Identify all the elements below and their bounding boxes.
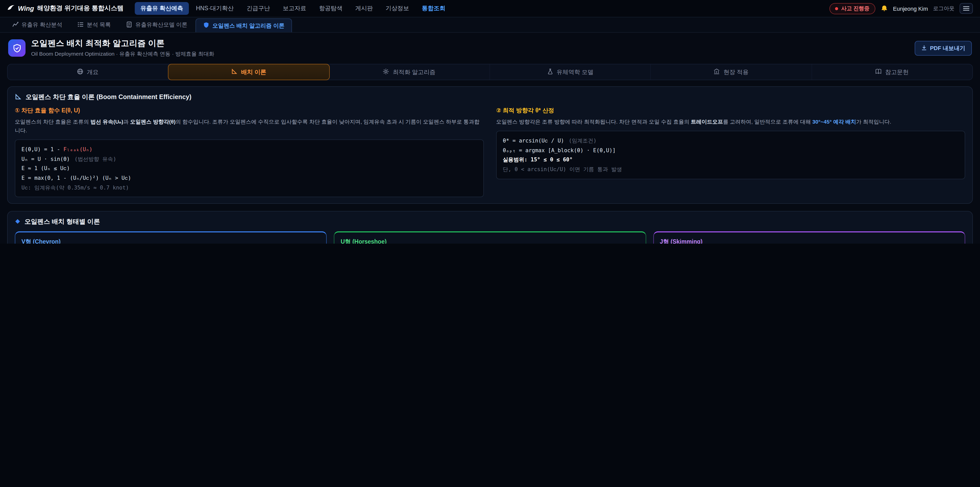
section-tab-label: 개요: [87, 68, 99, 76]
layout-name: V형 (Chevron): [21, 238, 320, 244]
top-navbar: Wing 해양환경 위기대응 통합시스템 유출유 확산예측 HNS·대기확산 긴…: [0, 0, 980, 18]
efficiency-theory-card: 오일펜스 차단 효율 이론 (Boom Containment Efficien…: [7, 86, 973, 204]
download-icon: [921, 45, 927, 51]
section-tab-label: 유체역학 모델: [557, 68, 593, 76]
book-icon: [876, 69, 882, 76]
efficiency-right-column: ② 최적 방향각 θ* 산정 오일펜스 방향각은 조류 방향에 따라 최적화됩니…: [496, 107, 965, 197]
page-title: 오일펜스 배치 최적화 알고리즘 이론: [31, 38, 215, 49]
diamond-icon: [15, 219, 21, 226]
section-tab-label: 배치 이론: [241, 68, 266, 76]
list-icon: [78, 21, 84, 28]
tab-label: 유출유 확산분석: [21, 21, 62, 29]
tab-spill-analysis[interactable]: 유출유 확산분석: [5, 18, 69, 32]
tab-label: 유출유확산모델 이론: [135, 21, 187, 29]
efficiency-card-title: 오일펜스 차단 효율 이론 (Boom Containment Efficien…: [15, 93, 965, 102]
tab-dispersion-model-theory[interactable]: 유출유확산모델 이론: [119, 18, 194, 32]
nav-item-reports[interactable]: 보고자료: [277, 2, 312, 15]
topnav-right: 사고 진행중 Eunjeong Kim 로그아웃: [829, 3, 973, 14]
section-tabs: 개요 배치 이론 최적화 알고리즘 유체역학 모델 현장 적용: [7, 64, 973, 80]
bell-icon: [880, 4, 888, 13]
nav-item-aerial-search[interactable]: 항공탐색: [313, 2, 348, 15]
triangle-ruler-icon: [15, 93, 21, 101]
section-tab-optimization-algorithm[interactable]: 최적화 알고리즘: [329, 64, 490, 80]
document-icon: [126, 21, 132, 28]
building-icon: [714, 69, 720, 76]
wing-logo-icon: [7, 4, 15, 13]
status-label: 사고 진행중: [841, 5, 870, 12]
nav-item-oil-spill-prediction[interactable]: 유출유 확산예측: [135, 2, 189, 15]
formula-line: θₒₚₜ = argmax [A_block(θ) · E(θ,U)]: [503, 145, 959, 155]
app-root: Wing 해양환경 위기대응 통합시스템 유출유 확산예측 HNS·대기확산 긴…: [0, 0, 980, 244]
section-tab-label: 최적화 알고리즘: [393, 68, 435, 76]
optimal-angle-paragraph: 오일펜스 방향각은 조류 방향에 따라 최적화됩니다. 차단 면적과 오일 수집…: [496, 118, 965, 126]
nav-item-emergency-rescue[interactable]: 긴급구난: [241, 2, 275, 15]
brand: Wing 해양환경 위기대응 통합시스템: [7, 4, 124, 13]
page-title-block: 오일펜스 배치 최적화 알고리즘 이론 Oil Boom Deployment …: [31, 38, 215, 58]
gear-icon: [383, 69, 389, 76]
layout-types-card: 오일펜스 배치 형태별 이론 V형 (Chevron) 집유점 조류 조류 방향…: [7, 211, 973, 244]
main-nav: 유출유 확산예측 HNS·대기확산 긴급구난 보고자료 항공탐색 게시판 기상정…: [135, 2, 823, 15]
logo-text: Wing: [18, 5, 34, 12]
card-title-text: 오일펜스 배치 형태별 이론: [24, 218, 100, 227]
formula-line: E = max(0, 1 - (Uₙ/Uᴄ)²) (Uₙ > Uᴄ): [21, 173, 477, 183]
tab-label: 분석 목록: [87, 21, 111, 29]
efficiency-function-heading: ① 차단 효율 함수 E(θ, U): [15, 107, 484, 114]
tab-boom-algorithm-theory[interactable]: 오일펜스 배치 알고리즘 이론: [196, 18, 292, 32]
user-name: Eunjeong Kim: [893, 5, 928, 11]
section-tab-field-application[interactable]: 현장 적용: [651, 64, 812, 80]
globe-icon: [77, 69, 83, 76]
hamburger-icon: [963, 5, 969, 12]
section-tab-label: 참고문헌: [885, 68, 909, 76]
hamburger-menu-button[interactable]: [959, 3, 973, 14]
formula-line: E(θ,U) = 1 - Fₗₑₐₖ(Uₙ): [21, 145, 477, 154]
triangle-ruler-icon: [231, 69, 238, 76]
layout-name: U형 (Horseshoe): [341, 238, 640, 244]
section-tab-overview[interactable]: 개요: [8, 64, 169, 80]
section-tab-deployment-theory[interactable]: 배치 이론: [168, 64, 330, 80]
status-dot-icon: [835, 7, 838, 10]
shield-icon: [203, 22, 209, 29]
brand-name: 해양환경 위기대응 통합시스템: [37, 4, 124, 13]
page-header: 오일펜스 배치 최적화 알고리즘 이론 Oil Boom Deployment …: [0, 33, 980, 63]
optimal-angle-formula-block: θ* = arcsin(Uᴄ / U)(임계조건) θₒₚₜ = argmax …: [496, 131, 965, 179]
layout-types-card-title: 오일펜스 배치 형태별 이론: [15, 218, 965, 227]
layout-name: J형 (Skimming): [660, 238, 959, 244]
logout-button[interactable]: 로그아웃: [933, 5, 955, 12]
pdf-export-label: PDF 내보내기: [930, 44, 965, 52]
formula-line: 실용범위: 15° ≤ θ ≤ 60°: [503, 155, 959, 164]
formula-line: θ* = arcsin(Uᴄ / U)(임계조건): [503, 136, 959, 145]
formula-note: Uᴄ: 임계유속(약 0.35m/s ≈ 0.7 knot): [21, 183, 477, 192]
flask-icon: [547, 69, 553, 76]
formula-note: 단, θ < arcsin(Uᴄ/U) 이면 기름 통과 발생: [503, 164, 959, 174]
efficiency-left-column: ① 차단 효율 함수 E(θ, U) 오일펜스의 차단 효율은 조류의 법선 유…: [15, 107, 484, 197]
layout-type-grid: V형 (Chevron) 집유점 조류 조류 방향 정면에서 양옆으로 펼친 V…: [15, 232, 965, 244]
boom-shield-icon: [8, 39, 25, 57]
efficiency-formula-block: E(θ,U) = 1 - Fₗₑₐₖ(Uₙ) Uₙ = U · sin(θ)(법…: [15, 139, 484, 197]
layout-card-v-chevron: V형 (Chevron) 집유점 조류 조류 방향 정면에서 양옆으로 펼친 V…: [15, 232, 327, 244]
pdf-export-button[interactable]: PDF 내보내기: [915, 41, 972, 56]
nav-item-hns-air-dispersion[interactable]: HNS·대기확산: [190, 2, 239, 15]
nav-item-weather-info[interactable]: 기상정보: [380, 2, 415, 15]
incident-status-badge: 사고 진행중: [829, 3, 875, 14]
page-tabbar: 유출유 확산분석 분석 목록 유출유확산모델 이론 오일펜스 배치 알고리즘 이…: [0, 18, 980, 33]
card-title-text: 오일펜스 차단 효율 이론 (Boom Containment Efficien…: [25, 93, 191, 102]
nav-item-integrated-search[interactable]: 통합조회: [416, 2, 451, 15]
optimal-angle-heading: ② 최적 방향각 θ* 산정: [496, 107, 965, 114]
section-tab-hydrodynamics-model[interactable]: 유체역학 모델: [490, 64, 651, 80]
section-tab-references[interactable]: 참고문헌: [812, 64, 972, 80]
layout-card-j-skimming: J형 (Skimming) 조류 회수 직선+곡선 조합. 기름을 한쪽으로 연…: [653, 232, 965, 244]
chart-icon: [12, 21, 18, 28]
page-subtitle: Oil Boom Deployment Optimization · 유출유 확…: [31, 51, 215, 58]
notifications-button[interactable]: [880, 4, 888, 13]
formula-line: E ≈ 1 (Uₙ ≤ Uᴄ): [21, 164, 477, 173]
tab-label: 오일펜스 배치 알고리즘 이론: [212, 22, 284, 29]
tab-analysis-list[interactable]: 분석 목록: [70, 18, 118, 32]
section-tab-label: 현장 적용: [724, 68, 749, 76]
nav-item-board[interactable]: 게시판: [350, 2, 379, 15]
layout-card-u-horseshoe: U형 (Horseshoe) 조류 회수선 말굽형으로 기름을 완전 포위, 폐…: [334, 232, 646, 244]
formula-line: Uₙ = U · sin(θ)(법선방향 유속): [21, 154, 477, 163]
efficiency-function-paragraph: 오일펜스의 차단 효율은 조류의 법선 유속(Uₙ)과 오일펜스 방향각(θ)의…: [15, 118, 484, 135]
